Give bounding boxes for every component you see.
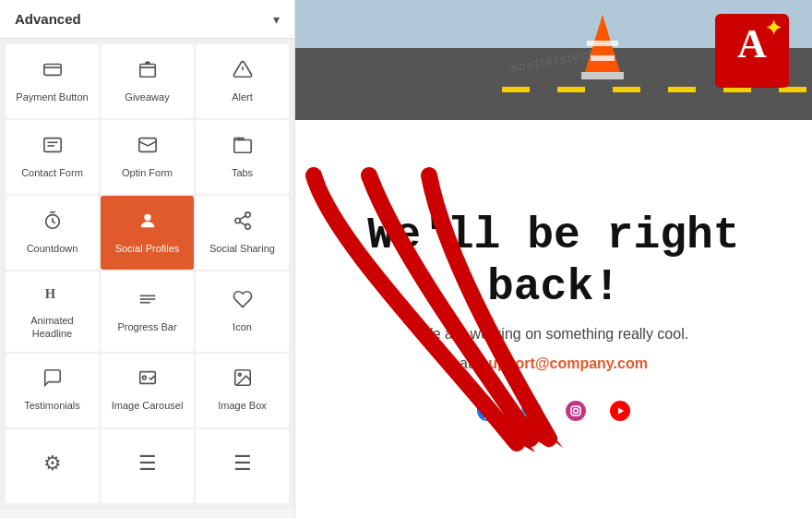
traffic-cone bbox=[579, 15, 626, 83]
twitter-icon[interactable] bbox=[515, 394, 548, 428]
svg-text:H: H bbox=[44, 286, 55, 301]
widget-item-progress-bar[interactable]: Progress Bar bbox=[101, 271, 194, 352]
svg-rect-0 bbox=[43, 64, 60, 75]
widget-item-giveaway[interactable]: Giveaway bbox=[101, 44, 194, 118]
widget-item-icon[interactable]: Icon bbox=[196, 271, 289, 352]
widget-item-image-carousel[interactable]: Image Carousel bbox=[101, 354, 194, 428]
progress-bar-icon bbox=[137, 289, 158, 315]
animated-headline-label: Animated Headline bbox=[11, 314, 93, 341]
svg-rect-27 bbox=[587, 41, 618, 46]
widget-item-tabs[interactable]: Tabs bbox=[196, 120, 289, 194]
svg-rect-2 bbox=[139, 67, 155, 77]
headline: We'll be right back! bbox=[367, 211, 739, 312]
facebook-icon[interactable] bbox=[471, 394, 504, 428]
alert-label: Alert bbox=[232, 90, 253, 103]
right-panel: A ✦ shutterstock We'll be right back! We… bbox=[295, 0, 812, 518]
alert-icon bbox=[233, 59, 253, 85]
subtitle: We are working on something really cool. bbox=[419, 326, 688, 343]
widget-18-icon: ☰ bbox=[233, 452, 252, 476]
widget-item-widget-17[interactable]: ☰ bbox=[101, 429, 194, 503]
main-content: We'll be right back! We are working on s… bbox=[295, 120, 812, 518]
svg-point-15 bbox=[245, 224, 250, 230]
payment-button-label: Payment Button bbox=[16, 90, 88, 103]
social-sharing-label: Social Sharing bbox=[209, 242, 275, 255]
payment-button-icon bbox=[42, 59, 63, 85]
svg-text:A: A bbox=[737, 21, 767, 66]
svg-rect-5 bbox=[43, 139, 60, 152]
svg-rect-28 bbox=[591, 55, 615, 61]
optin-form-label: Optin Form bbox=[122, 166, 173, 179]
svg-point-12 bbox=[144, 214, 150, 221]
widget-item-optin-form[interactable]: Optin Form bbox=[101, 120, 194, 194]
svg-rect-29 bbox=[581, 72, 624, 79]
social-profiles-label: Social Profiles bbox=[115, 242, 180, 255]
svg-line-16 bbox=[239, 222, 245, 225]
widget-17-icon: ☰ bbox=[138, 452, 157, 476]
widget-item-image-box[interactable]: Image Box bbox=[196, 354, 289, 428]
svg-point-38 bbox=[579, 406, 580, 408]
panel-title: Advanced bbox=[15, 11, 81, 27]
social-icons-row bbox=[471, 394, 637, 428]
widget-item-contact-form[interactable]: Contact Form bbox=[6, 120, 99, 194]
panel-header: Advanced ▾ bbox=[0, 0, 294, 39]
widget-item-testimonials[interactable]: Testimonials bbox=[6, 354, 99, 428]
svg-line-17 bbox=[239, 216, 245, 220]
widget-item-countdown[interactable]: Countdown bbox=[6, 196, 99, 270]
social-profiles-icon bbox=[137, 211, 158, 236]
panel-chevron[interactable]: ▾ bbox=[273, 12, 280, 27]
svg-text:✦: ✦ bbox=[765, 17, 782, 40]
widget-item-payment-button[interactable]: Payment Button bbox=[6, 44, 99, 118]
icon-label: Icon bbox=[233, 320, 252, 333]
contact-form-label: Contact Form bbox=[21, 166, 83, 179]
image-carousel-icon bbox=[137, 367, 158, 393]
widget-item-widget-18[interactable]: ☰ bbox=[196, 429, 289, 503]
widget-item-social-profiles[interactable]: Social Profiles bbox=[101, 196, 194, 270]
testimonials-label: Testimonials bbox=[24, 399, 80, 412]
animated-headline-icon: H bbox=[42, 283, 63, 308]
widget-item-widget-16[interactable]: ⚙ bbox=[6, 429, 99, 503]
giveaway-label: Giveaway bbox=[125, 90, 169, 103]
svg-rect-9 bbox=[233, 139, 250, 152]
image-box-icon bbox=[233, 367, 253, 393]
svg-point-25 bbox=[238, 374, 241, 377]
countdown-label: Countdown bbox=[27, 242, 78, 255]
widget-item-animated-headline[interactable]: HAnimated Headline bbox=[6, 271, 99, 352]
tabs-label: Tabs bbox=[232, 166, 253, 179]
optin-form-icon bbox=[137, 135, 158, 161]
instagram-icon[interactable] bbox=[559, 394, 592, 428]
icon-icon bbox=[233, 289, 253, 315]
construction-scene: A ✦ shutterstock bbox=[295, 0, 812, 120]
widget-item-social-sharing[interactable]: Social Sharing bbox=[196, 196, 289, 270]
subtitle-text: We are working on something really cool. bbox=[419, 326, 688, 342]
construction-sign: A ✦ bbox=[710, 9, 794, 96]
youtube-icon[interactable] bbox=[603, 394, 637, 428]
contact-form-icon bbox=[42, 135, 63, 161]
image-box-label: Image Box bbox=[218, 399, 267, 412]
widget-grid: Payment ButtonGiveawayAlertContact FormO… bbox=[0, 39, 294, 509]
social-sharing-icon bbox=[233, 211, 253, 236]
headline-line1: We'll be right bbox=[367, 211, 739, 260]
left-panel: Advanced ▾ Payment ButtonGiveawayAlertCo… bbox=[0, 0, 295, 518]
widget-16-icon: ⚙ bbox=[43, 452, 62, 476]
contact-line: at support@company.com bbox=[460, 355, 648, 372]
svg-point-35 bbox=[566, 401, 586, 421]
countdown-icon bbox=[42, 211, 63, 236]
widget-item-alert[interactable]: Alert bbox=[196, 44, 289, 118]
svg-point-14 bbox=[234, 218, 240, 223]
giveaway-icon bbox=[137, 59, 158, 85]
tabs-icon bbox=[233, 135, 253, 161]
progress-bar-label: Progress Bar bbox=[117, 320, 176, 333]
svg-point-13 bbox=[245, 212, 250, 218]
headline-line2: back! bbox=[487, 262, 620, 312]
contact-prefix: at bbox=[460, 355, 472, 371]
image-carousel-label: Image Carousel bbox=[112, 399, 184, 412]
svg-point-23 bbox=[142, 377, 146, 380]
contact-email-link[interactable]: support@company.com bbox=[480, 355, 648, 371]
testimonials-icon bbox=[42, 367, 63, 393]
